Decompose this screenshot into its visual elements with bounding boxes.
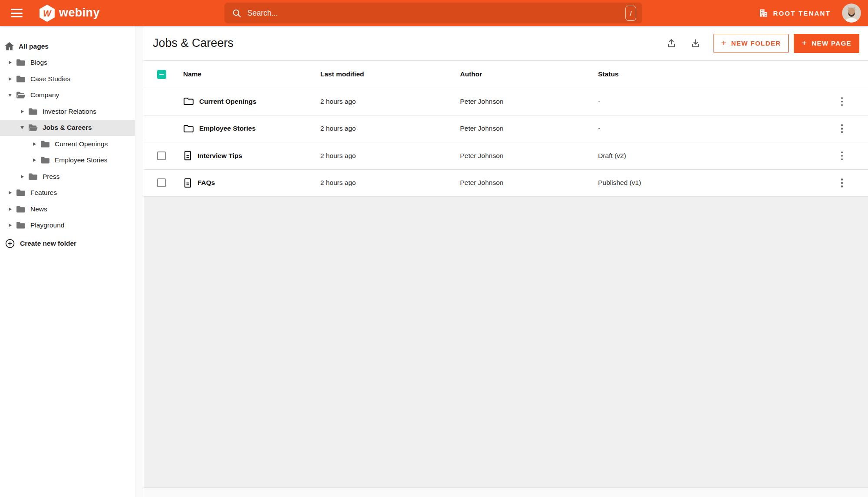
folder-outline-icon	[183, 124, 194, 133]
header-actions: + NEW FOLDER + NEW PAGE	[666, 34, 859, 53]
folder-closed-icon	[16, 205, 26, 213]
caret-right-icon[interactable]	[32, 158, 37, 162]
new-folder-label: NEW FOLDER	[731, 39, 781, 47]
table-row[interactable]: Employee Stories 2 hours ago Peter Johns…	[144, 115, 868, 143]
table-row[interactable]: Current Openings 2 hours ago Peter Johns…	[144, 88, 868, 115]
sidebar-item-company[interactable]: Company	[0, 87, 135, 104]
brand-wordmark: webiny	[59, 6, 100, 20]
row-name-cell: Current Openings	[183, 97, 320, 106]
folder-closed-icon	[16, 221, 26, 229]
folder-tree: All pages Blogs Case Studies Company Inv…	[0, 26, 135, 252]
caret-down-icon[interactable]	[20, 126, 25, 129]
sidebar-item-news[interactable]: News	[0, 201, 135, 217]
row-last-modified: 2 hours ago	[320, 152, 460, 160]
sidebar-scrollbar-track[interactable]	[136, 26, 143, 497]
row-author: Peter Johnson	[460, 125, 598, 132]
caret-right-icon[interactable]	[7, 77, 13, 81]
menu-icon[interactable]	[11, 9, 23, 17]
sidebar-item-label: Case Studies	[30, 75, 70, 83]
import-upload-button[interactable]	[666, 38, 677, 49]
webiny-logo[interactable]: W webiny	[39, 4, 100, 22]
sidebar-item-label: Employee Stories	[55, 156, 107, 164]
table-row[interactable]: FAQs 2 hours ago Peter Johnson Published…	[144, 170, 868, 197]
plus-icon: +	[802, 38, 807, 48]
select-all-checkbox[interactable]	[157, 70, 166, 79]
footer-scrollbar-track[interactable]	[144, 487, 868, 497]
webiny-logo-icon: W	[39, 4, 55, 22]
row-last-modified: 2 hours ago	[320, 98, 460, 105]
sidebar-item-features[interactable]: Features	[0, 185, 135, 201]
folder-open-icon	[28, 124, 38, 132]
sidebar-item-jobs-careers[interactable]: Jobs & Careers	[0, 120, 135, 136]
create-folder-label: Create new folder	[20, 240, 76, 247]
sidebar-item-label: News	[30, 205, 47, 213]
sidebar-item-employee-stories[interactable]: Employee Stories	[0, 152, 135, 169]
folder-closed-icon	[28, 173, 38, 181]
page-header: Jobs & Careers + NEW FOLDER	[144, 26, 868, 61]
sidebar-item-label: Press	[43, 173, 60, 181]
table-header-row: Name Last modified Author Status	[144, 61, 868, 88]
page-title: Jobs & Careers	[153, 36, 233, 50]
new-page-button[interactable]: + NEW PAGE	[794, 34, 859, 53]
user-avatar[interactable]	[842, 3, 861, 23]
topbar-right: ROOT TENANT	[759, 0, 861, 26]
row-menu-kebab-icon[interactable]	[839, 177, 845, 189]
row-name: Employee Stories	[199, 125, 256, 132]
new-page-label: NEW PAGE	[812, 39, 852, 47]
search-bar[interactable]: /	[224, 3, 642, 23]
row-checkbox[interactable]	[157, 178, 166, 187]
sidebar-item-label: Investor Relations	[43, 108, 96, 115]
sidebar-item-investor-relations[interactable]: Investor Relations	[0, 103, 135, 120]
page-document-icon	[183, 151, 192, 161]
search-input[interactable]	[247, 9, 625, 18]
table-row[interactable]: Interview Tips 2 hours ago Peter Johnson…	[144, 142, 868, 170]
caret-right-icon[interactable]	[7, 61, 13, 64]
new-folder-button[interactable]: + NEW FOLDER	[713, 34, 789, 53]
sidebar-item-label: Features	[30, 189, 57, 197]
sidebar-item-all-pages[interactable]: All pages	[0, 38, 135, 55]
row-name: FAQs	[197, 179, 215, 187]
sidebar-item-playground[interactable]: Playground	[0, 217, 135, 234]
create-new-folder-button[interactable]: Create new folder	[0, 235, 135, 252]
folder-closed-icon	[16, 189, 26, 197]
row-author: Peter Johnson	[460, 179, 598, 187]
home-icon	[4, 42, 14, 51]
row-status: Draft (v2)	[598, 152, 816, 160]
row-status: -	[598, 125, 816, 132]
sidebar-item-label: Current Openings	[55, 140, 108, 148]
folder-closed-icon	[16, 75, 26, 83]
main-content: Jobs & Careers + NEW FOLDER	[144, 26, 868, 497]
caret-right-icon[interactable]	[7, 191, 13, 194]
caret-right-icon[interactable]	[20, 110, 25, 113]
caret-right-icon[interactable]	[32, 142, 37, 146]
row-author: Peter Johnson	[460, 98, 598, 105]
sidebar-item-current-openings[interactable]: Current Openings	[0, 136, 135, 152]
sidebar-item-blogs[interactable]: Blogs	[0, 55, 135, 71]
row-menu-kebab-icon[interactable]	[839, 150, 845, 162]
row-name: Current Openings	[199, 98, 256, 105]
row-name-cell: Interview Tips	[183, 151, 320, 161]
column-header-status: Status	[598, 70, 816, 78]
tenant-selector[interactable]: ROOT TENANT	[759, 8, 831, 18]
header-select-cell	[144, 70, 183, 79]
row-status: -	[598, 98, 816, 105]
sidebar-item-case-studies[interactable]: Case Studies	[0, 71, 135, 87]
svg-text:W: W	[43, 8, 52, 18]
search-icon	[232, 9, 241, 18]
caret-right-icon[interactable]	[7, 207, 13, 211]
row-menu-kebab-icon[interactable]	[839, 95, 845, 108]
caret-right-icon[interactable]	[20, 175, 25, 178]
folder-closed-icon	[40, 140, 50, 148]
caret-down-icon[interactable]	[7, 94, 13, 97]
upload-icon	[666, 38, 677, 49]
row-name-cell: FAQs	[183, 178, 320, 188]
tenant-label: ROOT TENANT	[773, 10, 831, 17]
export-download-button[interactable]	[690, 38, 701, 49]
sidebar: All pages Blogs Case Studies Company Inv…	[0, 26, 135, 497]
caret-right-icon[interactable]	[7, 224, 13, 227]
search-shortcut-badge: /	[625, 6, 636, 21]
sidebar-item-label: Playground	[30, 221, 64, 229]
row-menu-kebab-icon[interactable]	[839, 122, 845, 135]
row-checkbox[interactable]	[157, 151, 166, 160]
sidebar-item-press[interactable]: Press	[0, 168, 135, 185]
